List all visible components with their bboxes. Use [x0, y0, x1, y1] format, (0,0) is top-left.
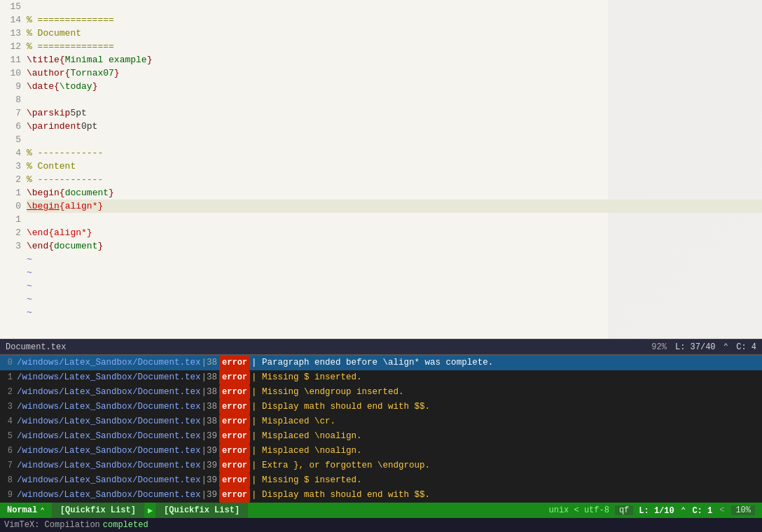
error-badge: error — [219, 385, 250, 400]
error-linenum: |38 — [201, 371, 219, 384]
line-content: % Content — [27, 160, 76, 173]
tilde-line: ~ — [0, 253, 762, 266]
error-message: | Paragraph ended before \align* was com… — [251, 356, 761, 370]
mode-filetype: qf — [615, 505, 633, 515]
error-message: | Missing $ inserted. — [251, 371, 761, 384]
tab-quickfix-2[interactable]: [Quickfix List] — [155, 503, 249, 518]
line-content: \date{\today} — [27, 80, 97, 93]
error-filepath: /windows/Latex_Sandbox/Document.tex — [17, 371, 201, 384]
line-content: % ------------ — [27, 173, 103, 186]
code-line: 10 \author{Tornax07} — [0, 66, 762, 80]
line-number: 1 — [0, 213, 27, 226]
tab-label: [Quickfix List] — [60, 505, 136, 515]
line-number: 7 — [0, 106, 27, 120]
code-line: 15 — [0, 0, 762, 13]
line-number: 3 — [0, 239, 27, 253]
line-number: 13 — [0, 27, 27, 40]
tilde-line: ~ — [0, 306, 762, 319]
error-linenum: |38 — [201, 415, 219, 428]
code-line: 9 \date{\today} — [0, 80, 762, 93]
code-line: 6 \parindent0pt — [0, 120, 762, 133]
tab-quickfix-1[interactable]: [Quickfix List] — [52, 503, 145, 518]
editor-area: 15 14 % ============== 13 % Document 12 … — [0, 0, 762, 339]
vimtex-status: completed — [103, 520, 148, 530]
line-number: 0 — [0, 200, 27, 213]
line-number: 4 — [0, 146, 27, 160]
error-filepath: /windows/Latex_Sandbox/Document.tex — [17, 386, 201, 399]
error-linenum: |39 — [201, 474, 219, 487]
error-row-number: 8 — [1, 474, 17, 487]
code-line: 4 % ------------ — [0, 146, 762, 160]
error-filepath: /windows/Latex_Sandbox/Document.tex — [17, 356, 201, 370]
line-number: 15 — [0, 0, 27, 13]
line-number: 11 — [0, 53, 27, 66]
error-row[interactable]: 9 /windows/Latex_Sandbox/Document.tex |3… — [0, 488, 762, 503]
error-row[interactable]: 3 /windows/Latex_Sandbox/Document.tex |3… — [0, 400, 762, 414]
error-filepath: /windows/Latex_Sandbox/Document.tex — [17, 430, 201, 443]
error-row[interactable]: 2 /windows/Latex_Sandbox/Document.tex |3… — [0, 385, 762, 400]
error-message: | Display math should end with $$. — [251, 400, 761, 414]
vimtex-bar: VimTeX: Compilation completed — [0, 518, 762, 532]
error-row[interactable]: 6 /windows/Latex_Sandbox/Document.tex |3… — [0, 444, 762, 458]
line-content: \begin{align*} — [27, 200, 103, 213]
line-number: 1 — [0, 186, 27, 200]
caret-icon: ⌃ — [40, 506, 45, 515]
error-message: | Extra }, or forgotten \endgroup. — [251, 459, 761, 472]
mode-label: Normal ⌃ — [0, 503, 52, 518]
code-line: 11 \title{Minimal example} — [0, 53, 762, 66]
vimtex-prefix: VimTeX: Compilation — [4, 520, 100, 530]
error-badge: error — [219, 370, 250, 385]
error-row[interactable]: 8 /windows/Latex_Sandbox/Document.tex |3… — [0, 473, 762, 488]
error-filepath: /windows/Latex_Sandbox/Document.tex — [17, 415, 201, 428]
line-number: 14 — [0, 13, 27, 27]
code-container: 15 14 % ============== 13 % Document 12 … — [0, 0, 762, 339]
line-content: \begin{document} — [27, 186, 114, 200]
error-row-number: 0 — [1, 356, 17, 370]
error-row-number: 3 — [1, 400, 17, 414]
error-message: | Misplaced \cr. — [251, 415, 761, 428]
error-linenum: |39 — [201, 459, 219, 472]
error-badge: error — [219, 444, 250, 458]
error-badge: error — [219, 356, 250, 370]
line-content: ~ — [27, 279, 32, 293]
code-line: 1 — [0, 213, 762, 226]
tab-separator-arrow: ▶ — [145, 505, 155, 516]
error-row[interactable]: 4 /windows/Latex_Sandbox/Document.tex |3… — [0, 414, 762, 429]
error-row[interactable]: 0 /windows/Latex_Sandbox/Document.tex |3… — [0, 356, 762, 370]
line-content: ~ — [27, 306, 32, 319]
code-line: 8 — [0, 93, 762, 106]
code-line: 14 % ============== — [0, 13, 762, 27]
error-row[interactable]: 1 /windows/Latex_Sandbox/Document.tex |3… — [0, 370, 762, 385]
error-badge: error — [219, 473, 250, 488]
status-filename: Document.tex — [6, 342, 651, 352]
error-row-number: 2 — [1, 386, 17, 399]
error-row[interactable]: 5 /windows/Latex_Sandbox/Document.tex |3… — [0, 429, 762, 444]
error-row-number: 4 — [1, 415, 17, 428]
code-line: 1 \begin{document} — [0, 186, 762, 200]
error-message: | Misplaced \noalign. — [251, 430, 761, 443]
error-filepath: /windows/Latex_Sandbox/Document.tex — [17, 489, 201, 502]
mode-position: L: 1/10 ⌃ C: 1 — [639, 505, 712, 516]
cursor-line: 0 \begin{align*} — [0, 200, 762, 213]
error-badge: error — [219, 429, 250, 444]
line-content: \parskip5pt — [27, 106, 87, 120]
status-percent: 92% — [651, 342, 667, 352]
line-content: \end{align*} — [27, 226, 92, 239]
tab-label: [Quickfix List] — [164, 505, 240, 515]
error-badge: error — [219, 458, 250, 473]
line-content: % ------------ — [27, 146, 103, 160]
line-content: ~ — [27, 293, 32, 306]
error-row-number: 9 — [1, 489, 17, 502]
error-row-number: 6 — [1, 444, 17, 458]
line-number: 2 — [0, 226, 27, 239]
error-row[interactable]: 7 /windows/Latex_Sandbox/Document.tex |3… — [0, 458, 762, 473]
error-filepath: /windows/Latex_Sandbox/Document.tex — [17, 400, 201, 414]
error-linenum: |38 — [201, 400, 219, 414]
mode-right-section: unix < utf-8 qf L: 1/10 ⌃ C: 1 < 10% — [541, 505, 762, 516]
mode-text: Normal — [7, 505, 37, 515]
mode-separator: < — [719, 505, 724, 515]
line-content: \title{Minimal example} — [27, 53, 152, 66]
line-number: 10 — [0, 66, 27, 80]
error-panel: 0 /windows/Latex_Sandbox/Document.tex |3… — [0, 354, 762, 503]
line-content: % ============== — [27, 13, 114, 27]
